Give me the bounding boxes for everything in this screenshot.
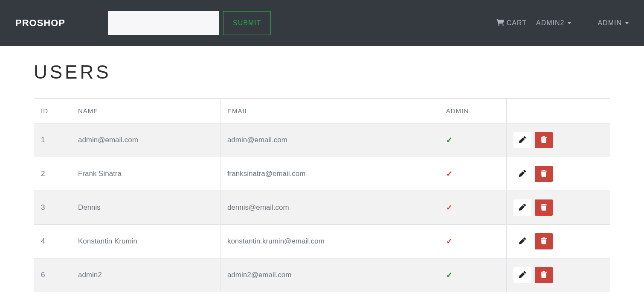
edit-icon	[519, 237, 526, 246]
delete-button[interactable]	[535, 132, 553, 148]
cell-actions	[506, 157, 610, 191]
check-icon: ✓	[446, 136, 453, 144]
cell-email: admin2@email.com	[220, 258, 439, 292]
cell-email: admin@email.com	[220, 123, 439, 157]
cell-name: Konstantin Krumin	[71, 225, 220, 258]
cell-actions	[506, 191, 610, 225]
cell-admin: ✓	[439, 123, 506, 157]
th-name: NAME	[71, 99, 220, 123]
users-table: ID NAME EMAIL ADMIN 1admin@email.comadmi…	[34, 98, 610, 292]
delete-button[interactable]	[535, 233, 553, 249]
trash-icon	[541, 204, 547, 212]
cell-name: Frank Sinatra	[71, 157, 220, 191]
navbar: PROSHOP SUBMIT CART ADMIN2 ADMIN	[0, 0, 644, 46]
cross-check-icon: ✓	[446, 203, 453, 212]
th-id: ID	[34, 99, 71, 123]
user-dropdown-label: ADMIN2	[536, 19, 564, 27]
cell-id: 2	[34, 157, 71, 191]
cell-admin: ✓	[439, 157, 506, 191]
edit-icon	[519, 170, 526, 178]
trash-icon	[541, 237, 547, 246]
cell-id: 1	[34, 123, 71, 157]
cart-label: CART	[507, 19, 527, 27]
user-dropdown[interactable]: ADMIN2	[536, 19, 571, 27]
cell-admin: ✓	[439, 258, 506, 292]
chevron-down-icon	[568, 22, 571, 24]
chevron-down-icon	[625, 22, 629, 24]
cross-check-icon: ✓	[446, 170, 453, 178]
check-icon: ✓	[446, 271, 453, 279]
cell-actions	[506, 225, 610, 258]
table-row: 2Frank Sinatrafranksinatra@email.com✓	[34, 157, 610, 191]
cross-check-icon: ✓	[446, 237, 453, 246]
main-container: USERS ID NAME EMAIL ADMIN 1admin@email.c…	[18, 46, 626, 299]
cart-link[interactable]: CART	[496, 19, 527, 27]
table-row: 6admin2admin2@email.com✓	[34, 258, 610, 292]
delete-button[interactable]	[535, 199, 553, 216]
edit-button[interactable]	[513, 199, 531, 216]
edit-button[interactable]	[513, 132, 531, 148]
cell-admin: ✓	[439, 191, 506, 225]
th-actions	[506, 99, 610, 123]
admin-dropdown[interactable]: ADMIN	[598, 19, 629, 27]
brand-link[interactable]: PROSHOP	[15, 18, 65, 29]
cell-actions	[506, 258, 610, 292]
edit-button[interactable]	[513, 233, 531, 249]
th-admin: ADMIN	[439, 99, 506, 123]
edit-icon	[519, 271, 526, 279]
table-row: 3Dennisdennis@email.com✓	[34, 191, 610, 225]
table-row: 4Konstantin Kruminkonstantin.krumin@emai…	[34, 225, 610, 258]
cell-id: 3	[34, 191, 71, 225]
cell-actions	[506, 123, 610, 157]
cell-id: 4	[34, 225, 71, 258]
delete-button[interactable]	[535, 166, 553, 182]
search-input[interactable]	[108, 11, 219, 35]
trash-icon	[541, 170, 547, 178]
edit-button[interactable]	[513, 166, 531, 182]
edit-button[interactable]	[513, 267, 531, 283]
cell-name: admin2	[71, 258, 220, 292]
admin-dropdown-label: ADMIN	[598, 19, 622, 27]
cell-name: Dennis	[71, 191, 220, 225]
cell-email: dennis@email.com	[220, 191, 439, 225]
cell-id: 6	[34, 258, 71, 292]
table-row: 1admin@email.comadmin@email.com✓	[34, 123, 610, 157]
trash-icon	[541, 271, 547, 279]
page-title: USERS	[34, 62, 610, 83]
nav-right: CART ADMIN2 ADMIN	[496, 19, 629, 27]
trash-icon	[541, 136, 547, 144]
search-form: SUBMIT	[108, 11, 271, 35]
cell-admin: ✓	[439, 225, 506, 258]
edit-icon	[519, 204, 526, 212]
cell-name: admin@email.com	[71, 123, 220, 157]
delete-button[interactable]	[535, 267, 553, 283]
submit-button[interactable]: SUBMIT	[223, 11, 271, 35]
cell-email: franksinatra@email.com	[220, 157, 439, 191]
cell-email: konstantin.krumin@email.com	[220, 225, 439, 258]
th-email: EMAIL	[220, 99, 439, 123]
cart-icon	[496, 19, 504, 27]
edit-icon	[519, 136, 526, 144]
